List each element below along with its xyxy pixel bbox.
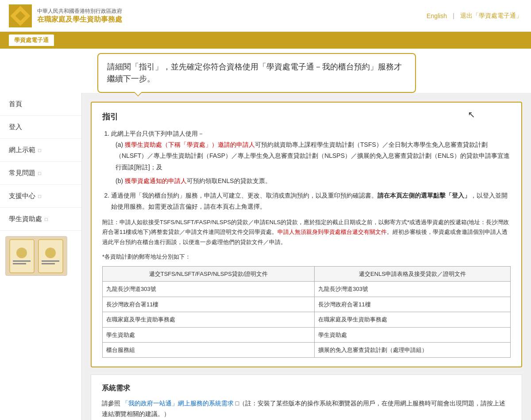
table-row: 櫃台服務組擴展的免入息審查貸款計劃（處理申請組） — [103, 342, 511, 357]
svg-rect-8 — [42, 263, 55, 264]
sys-content: 請參照 「我的政府一站通」網上服務的系統需求 □（註：安裝了某些版本的操作系統和… — [102, 398, 511, 420]
guide-point1-prefix: 此網上平台只供下列申請人使用－ — [111, 130, 204, 137]
guide-point1b-rest: 可預約領取ENLS的貸款支票。 — [187, 177, 271, 184]
content-area: 指引 ↖ 此網上平台只供下列申請人使用－ (a) 獲學生資助處（下稱「學資處」）… — [82, 93, 531, 420]
cursor-area: 指引 ↖ — [102, 111, 511, 122]
sidebar-label-home: 首頁 — [9, 100, 22, 108]
lang-switch[interactable]: English — [427, 12, 447, 19]
external-icon-support: □ — [38, 194, 41, 199]
sidebar-item-sfaa[interactable]: 學生資助處 □ — [0, 208, 81, 231]
table-col1-header: 遞交TSFS/NLSFT/FASP/NLSPS貸款/證明文件 — [103, 266, 315, 281]
sidebar-item-faq[interactable]: 常見問題 □ — [0, 162, 81, 185]
sys-prefix: 請參照 — [102, 400, 122, 407]
table-cell-col2: 學生資助處 — [315, 327, 511, 342]
header: 中華人民共和國香港特別行政區政府 在職家庭及學生資助事務處 English ｜ … — [0, 0, 531, 32]
logo — [9, 4, 32, 27]
table-row: 在職家庭及學生資助事務處在職家庭及學生資助事務處 — [103, 312, 511, 327]
table-cell-col2: 在職家庭及學生資助事務處 — [315, 312, 511, 327]
org-text: 在職家庭及學生資助事務處 — [37, 15, 122, 24]
table-cell-col1: 學生資助處 — [103, 327, 315, 342]
svg-rect-6 — [13, 263, 26, 264]
guide-point2-bold: 請在本頁左側的選單點擊「登入」 — [377, 192, 470, 199]
logout-link[interactable]: 退出「學資處電子通」 — [460, 12, 522, 20]
table-row: 長沙灣政府合署11樓長沙灣政府合署11樓 — [103, 297, 511, 312]
guide-point-2: 通過使用「我的櫃台預約」服務，申請人可建立、更改、取消或查詢預約，以及重印預約確… — [111, 190, 511, 212]
table-col2-header: 遞交ENLS申請表格及接受貸款／證明文件 — [315, 266, 511, 281]
sidebar-label-faq: 常見問題 — [9, 169, 35, 177]
nav-tab[interactable]: 學資處電子通 — [9, 34, 54, 46]
svg-rect-7 — [42, 260, 59, 262]
sidebar-item-login[interactable]: 登入 — [0, 116, 81, 139]
table-cell-col2: 擴展的免入息審查貸款計劃（處理申請組） — [315, 342, 511, 357]
table-cell-col1: 長沙灣政府合署11樓 — [103, 297, 315, 312]
svg-rect-5 — [13, 260, 31, 262]
guide-content: 此網上平台只供下列申請人使用－ (a) 獲學生資助處（下稱「學資處」）邀請的申請… — [102, 128, 511, 358]
external-icon-sfaa: □ — [45, 217, 48, 222]
sidebar-label-demo: 網上示範 — [9, 146, 35, 154]
guide-point1b-red: 獲學資處通知的申請人 — [125, 177, 187, 184]
sidebar-item-demo[interactable]: 網上示範 □ — [0, 139, 81, 162]
sys-ext-icon: □ — [234, 400, 239, 407]
guide-point1a-red: 獲學生資助處（下稱「學資處」）邀請的申請人 — [125, 141, 255, 148]
table-cell-col2: 九龍長沙灣道303號 — [315, 282, 511, 297]
sidebar: 首頁 登入 網上示範 □ 常見問題 □ 支援中心 □ 學生資助處 □ — [0, 93, 82, 420]
table-row: 學生資助處學生資助處 — [103, 327, 511, 342]
guide-point-1a: (a) 獲學生資助處（下稱「學資處」）邀請的申請人可預約就資助專上課程學生資助計… — [115, 139, 511, 173]
table-row: 九龍長沙灣道303號九龍長沙灣道303號 — [103, 282, 511, 297]
table-cell-col1: 九龍長沙灣道303號 — [103, 282, 315, 297]
nav-bar: 學資處電子通 — [0, 32, 531, 49]
guide-title: 指引 — [102, 111, 511, 122]
guide-point-1: 此網上平台只供下列申請人使用－ (a) 獲學生資助處（下稱「學資處」）邀請的申請… — [111, 128, 511, 187]
external-icon-faq: □ — [38, 171, 41, 176]
table-cell-col1: 在職家庭及學生資助事務處 — [103, 312, 315, 327]
sidebar-label-support: 支援中心 — [9, 192, 35, 200]
footnote-red: 申請人無須親身到學資處櫃台遞交有關文件 — [277, 229, 387, 235]
sidebar-image — [0, 231, 81, 281]
gov-text: 中華人民共和國香港特別行政區政府 — [37, 8, 122, 15]
sys-title: 系統需求 — [102, 384, 511, 393]
tooltip-text: 請細閱「指引」，並先確定你符合資格使用「學資處電子通－我的櫃台預約」服務才繼續下… — [107, 62, 402, 83]
header-left: 中華人民共和國香港特別行政區政府 在職家庭及學生資助事務處 — [9, 4, 122, 27]
sys-link[interactable]: 「我的政府一站通」網上服務的系統需求 — [122, 400, 234, 407]
sidebar-item-home[interactable]: 首頁 — [0, 93, 81, 116]
svg-point-3 — [16, 248, 27, 258]
sidebar-item-support[interactable]: 支援中心 □ — [0, 185, 81, 208]
table-cell-col1: 櫃台服務組 — [103, 342, 315, 357]
header-divider: ｜ — [450, 12, 457, 20]
sidebar-promo-image — [5, 236, 67, 276]
header-right: English ｜ 退出「學資處電子通」 — [427, 12, 522, 20]
tooltip-area: 請細閱「指引」，並先確定你符合資格使用「學資處電子通－我的櫃台預約」服務才繼續下… — [0, 49, 531, 93]
tooltip-bubble: 請細閱「指引」，並先確定你符合資格使用「學資處電子通－我的櫃台預約」服務才繼續下… — [97, 53, 416, 93]
asterisk-note: *各資助計劃的郵寄地址分別如下： — [102, 252, 511, 262]
external-icon-demo: □ — [38, 148, 41, 153]
guide-point-1b: (b) 獲學資處通知的申請人可預約領取ENLS的貸款支票。 — [115, 176, 511, 187]
sidebar-label-login: 登入 — [9, 123, 22, 131]
logo-diamond — [10, 6, 30, 26]
header-text-block: 中華人民共和國香港特別行政區政府 在職家庭及學生資助事務處 — [37, 8, 122, 24]
sidebar-label-sfaa: 學生資助處 — [9, 215, 42, 223]
guide-section: 指引 ↖ 此網上平台只供下列申請人使用－ (a) 獲學生資助處（下稱「學資處」）… — [91, 102, 522, 367]
svg-point-4 — [45, 248, 56, 258]
guide-point2-text: 通過使用「我的櫃台預約」服務，申請人可建立、更改、取消或查詢預約，以及重印預約確… — [111, 192, 377, 199]
guide-footnote: 附註：申請人如欲接受TSFS/NLSFT/FASP/NLSPS的貸款／申請ENL… — [102, 218, 511, 247]
address-table: 遞交TSFS/NLSFT/FASP/NLSPS貸款/證明文件 遞交ENLS申請表… — [102, 266, 511, 358]
main-layout: 首頁 登入 網上示範 □ 常見問題 □ 支援中心 □ 學生資助處 □ — [0, 93, 531, 420]
table-cell-col2: 長沙灣政府合署11樓 — [315, 297, 511, 312]
sys-requirements-section: 系統需求 請參照 「我的政府一站通」網上服務的系統需求 □（註：安裝了某些版本的… — [91, 374, 522, 420]
logo-inner — [15, 11, 26, 21]
